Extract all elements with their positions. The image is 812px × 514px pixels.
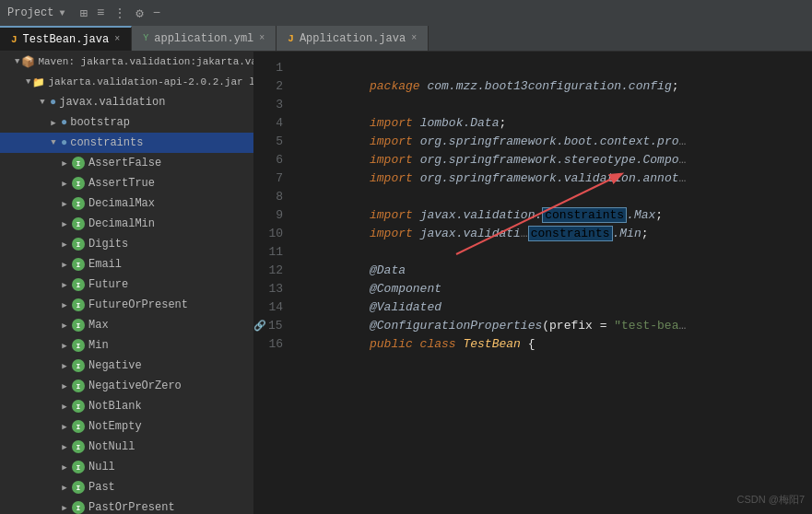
interface-icon-negativeorzero [72,380,85,392]
expand-asserttrue [59,178,70,189]
expand-futureorpresent [59,299,70,310]
sidebar-item-decimalmax[interactable]: DecimalMax [0,193,253,214]
expand-decimalmin [59,218,70,229]
interface-icon-decimalmin [72,217,85,230]
tab-close-app[interactable]: × [411,33,417,43]
tab-label: TestBean.java [23,33,110,46]
sidebar-item-future[interactable]: Future [0,275,253,295]
email-label: Email [88,258,122,271]
code-line-6: import org.springframework.validation.an… [298,151,812,169]
past-label: Past [88,481,115,494]
minus-icon[interactable]: − [153,6,160,21]
sidebar-item-notempty[interactable]: NotEmpty [0,416,253,437]
digits-label: Digits [88,238,128,251]
sidebar-item-maven[interactable]: 📦 Maven: jakarta.validation:jakarta.vali… [0,52,253,72]
list-icon[interactable]: ⋮ [113,6,126,21]
sidebar-item-null[interactable]: Null [0,457,253,477]
sidebar-item-min[interactable]: Min [0,335,253,356]
expand-notnull [59,441,70,452]
notblank-label: NotBlank [88,400,142,413]
package-icon-bootstrap: ● [61,116,67,129]
negativeorzero-label: NegativeOrZero [88,380,182,392]
interface-icon-notnull [72,440,85,453]
expand-maven [15,56,19,67]
sidebar-item-negativeorzero[interactable]: NegativeOrZero [0,376,253,396]
maven-label: Maven: jakarta.validation:jakarta.valid.… [38,56,253,67]
sidebar-item-futureorpresent[interactable]: FutureOrPresent [0,295,253,315]
code-line-3: import lombok.Data; [298,96,812,114]
code-line-2 [298,77,812,96]
layout-icon[interactable]: ⊞ [79,6,87,21]
sidebar-item-negative[interactable]: Negative [0,356,253,376]
code-line-11: @Data [298,243,812,262]
interface-icon-notblank [72,400,85,413]
sidebar-item-assertfalse[interactable]: AssertFalse [0,153,253,173]
tab-application-java[interactable]: J Application.java × [277,26,429,51]
expand-negative [59,360,70,371]
interface-icon-futureorpresent [72,298,85,311]
sidebar-item-jar[interactable]: 📁 jakarta.validation-api-2.0.2.jar libr.… [0,72,253,92]
tab-close-yml[interactable]: × [259,33,265,43]
decimalmin-label: DecimalMin [88,217,155,230]
editor-area: 1 2 3 4 5 6 7 8 9 10 11 12 13 14 🔗15 16 [253,52,812,514]
expand-notblank [59,401,70,412]
expand-min [59,340,70,351]
expand-bootstrap [48,117,59,128]
expand-future [59,279,70,290]
sidebar-item-digits[interactable]: Digits [0,234,253,254]
dropdown-arrow[interactable]: ▼ [59,8,65,18]
sidebar-item-javax-validation[interactable]: ● javax.validation [0,92,253,112]
interface-icon-notempty [72,420,85,433]
title-bar: Project ▼ ⊞ ≡ ⋮ ⚙ − [0,0,812,26]
sidebar-item-max[interactable]: Max [0,315,253,335]
code-line-12: @Component [298,262,812,280]
sidebar-item-notblank[interactable]: NotBlank [0,396,253,416]
tab-close-testbean[interactable]: × [114,34,120,44]
sidebar: 📦 Maven: jakarta.validation:jakarta.vali… [0,52,253,514]
expand-decimalmax [59,198,70,209]
java-icon: J [11,34,18,45]
sidebar-item-bootstrap[interactable]: ● bootstrap [0,112,253,133]
sidebar-item-past[interactable]: Past [0,477,253,497]
interface-icon-null [72,461,85,473]
futureorpresent-label: FutureOrPresent [88,298,188,311]
code-line-4: import org.springframework.boot.context.… [298,114,812,133]
sidebar-item-decimalmin[interactable]: DecimalMin [0,214,253,234]
future-label: Future [88,278,128,291]
interface-icon-decimalmax [72,197,85,210]
code-content[interactable]: package com.mzz.boot13configuration.conf… [290,52,812,514]
tab-label-yml: application.yml [154,32,253,45]
expand-negativeorzero [59,380,70,391]
sidebar-item-asserttrue[interactable]: AssertTrue [0,173,253,193]
interface-icon-digits [72,238,85,251]
expand-email [59,259,70,270]
javax-label: javax.validation [59,96,165,109]
yml-icon: Y [143,33,148,43]
min-label: Min [88,339,109,352]
notnull-label: NotNull [88,440,135,453]
line-numbers: 1 2 3 4 5 6 7 8 9 10 11 12 13 14 🔗15 16 [253,52,290,514]
expand-notempty [59,421,70,432]
bootstrap-label: bootstrap [70,116,130,129]
sidebar-item-constraints[interactable]: ● constraints [0,133,253,153]
title-bar-icons: ⊞ ≡ ⋮ ⚙ − [79,6,160,21]
tab-application-yml[interactable]: Y application.yml × [132,26,277,51]
sidebar-item-notnull[interactable]: NotNull [0,437,253,457]
sidebar-item-email[interactable]: Email [0,254,253,275]
project-label: Project [7,6,53,19]
sidebar-item-pastorpresent[interactable]: PastOrPresent [0,497,253,514]
alphabetical-icon[interactable]: ≡ [97,6,104,21]
jar-label: jakarta.validation-api-2.0.2.jar libr... [48,76,253,88]
code-line-5: import org.springframework.stereotype.Co… [298,133,812,151]
settings-icon[interactable]: ⚙ [135,6,143,21]
code-line-1: package com.mzz.boot13configuration.conf… [298,59,812,77]
tab-testbean-java[interactable]: J TestBean.java × [0,26,132,51]
java-icon-app: J [288,33,294,44]
code-line-9: import javax.validati…constraints.Min; [298,206,812,225]
expand-past [59,482,70,493]
assertfalse-label: AssertFalse [88,157,161,169]
code-line-15: public class TestBean { [298,317,812,335]
pastorpresent-label: PastOrPresent [88,501,175,514]
code-line-13: @Validated [298,280,812,298]
expand-jar [26,76,30,88]
